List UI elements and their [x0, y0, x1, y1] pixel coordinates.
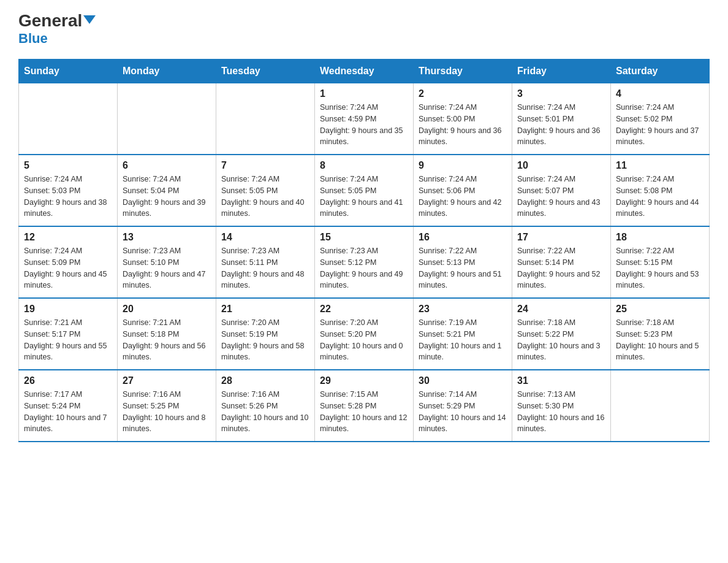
- calendar-cell: 6Sunrise: 7:24 AM Sunset: 5:04 PM Daylig…: [118, 155, 216, 226]
- day-number: 26: [24, 375, 112, 386]
- calendar-cell: 27Sunrise: 7:16 AM Sunset: 5:25 PM Dayli…: [118, 370, 216, 442]
- day-info: Sunrise: 7:24 AM Sunset: 5:09 PM Dayligh…: [24, 245, 112, 291]
- day-number: 12: [24, 232, 112, 243]
- day-number: 20: [123, 304, 211, 315]
- day-number: 30: [419, 375, 507, 386]
- day-number: 27: [123, 375, 211, 386]
- column-header-wednesday: Wednesday: [315, 59, 414, 83]
- calendar-cell: 9Sunrise: 7:24 AM Sunset: 5:06 PM Daylig…: [414, 155, 512, 226]
- calendar-cell: 16Sunrise: 7:22 AM Sunset: 5:13 PM Dayli…: [414, 226, 512, 298]
- column-header-sunday: Sunday: [19, 59, 118, 83]
- day-number: 3: [517, 88, 605, 99]
- day-number: 7: [221, 160, 309, 171]
- day-info: Sunrise: 7:24 AM Sunset: 5:01 PM Dayligh…: [517, 102, 605, 148]
- day-number: 29: [320, 375, 408, 386]
- calendar-cell: 18Sunrise: 7:22 AM Sunset: 5:15 PM Dayli…: [611, 226, 710, 298]
- day-info: Sunrise: 7:21 AM Sunset: 5:17 PM Dayligh…: [24, 317, 112, 363]
- calendar-cell: 24Sunrise: 7:18 AM Sunset: 5:22 PM Dayli…: [512, 298, 611, 370]
- day-number: 19: [24, 304, 112, 315]
- column-header-monday: Monday: [118, 59, 216, 83]
- calendar-cell: 5Sunrise: 7:24 AM Sunset: 5:03 PM Daylig…: [19, 155, 118, 226]
- day-number: 1: [320, 88, 408, 99]
- day-info: Sunrise: 7:23 AM Sunset: 5:10 PM Dayligh…: [123, 245, 211, 291]
- calendar-cell: 3Sunrise: 7:24 AM Sunset: 5:01 PM Daylig…: [512, 83, 611, 155]
- calendar-cell: [118, 83, 216, 155]
- day-info: Sunrise: 7:16 AM Sunset: 5:26 PM Dayligh…: [221, 389, 309, 435]
- day-info: Sunrise: 7:13 AM Sunset: 5:30 PM Dayligh…: [517, 389, 605, 435]
- calendar-table: SundayMondayTuesdayWednesdayThursdayFrid…: [18, 59, 710, 442]
- day-number: 25: [616, 304, 704, 315]
- day-info: Sunrise: 7:24 AM Sunset: 5:06 PM Dayligh…: [419, 174, 507, 220]
- day-number: 28: [221, 375, 309, 386]
- day-number: 15: [320, 232, 408, 243]
- calendar-cell: 28Sunrise: 7:16 AM Sunset: 5:26 PM Dayli…: [216, 370, 315, 442]
- calendar-cell: [611, 370, 710, 442]
- calendar-cell: 22Sunrise: 7:20 AM Sunset: 5:20 PM Dayli…: [315, 298, 414, 370]
- calendar-cell: 17Sunrise: 7:22 AM Sunset: 5:14 PM Dayli…: [512, 226, 611, 298]
- day-number: 5: [24, 160, 112, 171]
- calendar-cell: 11Sunrise: 7:24 AM Sunset: 5:08 PM Dayli…: [611, 155, 710, 226]
- logo: General Blue: [18, 12, 96, 47]
- calendar-cell: 20Sunrise: 7:21 AM Sunset: 5:18 PM Dayli…: [118, 298, 216, 370]
- day-number: 13: [123, 232, 211, 243]
- calendar-cell: 26Sunrise: 7:17 AM Sunset: 5:24 PM Dayli…: [19, 370, 118, 442]
- column-header-friday: Friday: [512, 59, 611, 83]
- day-number: 8: [320, 160, 408, 171]
- day-info: Sunrise: 7:22 AM Sunset: 5:13 PM Dayligh…: [419, 245, 507, 291]
- day-number: 21: [221, 304, 309, 315]
- logo-text-general: General: [18, 12, 82, 29]
- day-info: Sunrise: 7:15 AM Sunset: 5:28 PM Dayligh…: [320, 389, 408, 435]
- day-number: 24: [517, 304, 605, 315]
- calendar-cell: 29Sunrise: 7:15 AM Sunset: 5:28 PM Dayli…: [315, 370, 414, 442]
- day-number: 18: [616, 232, 704, 243]
- calendar-cell: 13Sunrise: 7:23 AM Sunset: 5:10 PM Dayli…: [118, 226, 216, 298]
- day-info: Sunrise: 7:24 AM Sunset: 5:07 PM Dayligh…: [517, 174, 605, 220]
- day-number: 14: [221, 232, 309, 243]
- calendar-cell: 10Sunrise: 7:24 AM Sunset: 5:07 PM Dayli…: [512, 155, 611, 226]
- day-number: 16: [419, 232, 507, 243]
- calendar-cell: 14Sunrise: 7:23 AM Sunset: 5:11 PM Dayli…: [216, 226, 315, 298]
- day-number: 17: [517, 232, 605, 243]
- day-number: 23: [419, 304, 507, 315]
- day-info: Sunrise: 7:14 AM Sunset: 5:29 PM Dayligh…: [419, 389, 507, 435]
- day-info: Sunrise: 7:24 AM Sunset: 5:02 PM Dayligh…: [616, 102, 704, 148]
- calendar-week-1: 1Sunrise: 7:24 AM Sunset: 4:59 PM Daylig…: [19, 83, 710, 155]
- day-info: Sunrise: 7:24 AM Sunset: 4:59 PM Dayligh…: [320, 102, 408, 148]
- calendar-cell: 8Sunrise: 7:24 AM Sunset: 5:05 PM Daylig…: [315, 155, 414, 226]
- day-info: Sunrise: 7:22 AM Sunset: 5:14 PM Dayligh…: [517, 245, 605, 291]
- day-info: Sunrise: 7:24 AM Sunset: 5:03 PM Dayligh…: [24, 174, 112, 220]
- calendar-week-2: 5Sunrise: 7:24 AM Sunset: 5:03 PM Daylig…: [19, 155, 710, 226]
- calendar-cell: 15Sunrise: 7:23 AM Sunset: 5:12 PM Dayli…: [315, 226, 414, 298]
- calendar-cell: 25Sunrise: 7:18 AM Sunset: 5:23 PM Dayli…: [611, 298, 710, 370]
- day-info: Sunrise: 7:24 AM Sunset: 5:00 PM Dayligh…: [419, 102, 507, 148]
- day-info: Sunrise: 7:23 AM Sunset: 5:12 PM Dayligh…: [320, 245, 408, 291]
- day-info: Sunrise: 7:20 AM Sunset: 5:20 PM Dayligh…: [320, 317, 408, 363]
- calendar-cell: 23Sunrise: 7:19 AM Sunset: 5:21 PM Dayli…: [414, 298, 512, 370]
- day-number: 9: [419, 160, 507, 171]
- calendar-week-3: 12Sunrise: 7:24 AM Sunset: 5:09 PM Dayli…: [19, 226, 710, 298]
- day-info: Sunrise: 7:24 AM Sunset: 5:05 PM Dayligh…: [320, 174, 408, 220]
- calendar-cell: 31Sunrise: 7:13 AM Sunset: 5:30 PM Dayli…: [512, 370, 611, 442]
- column-header-tuesday: Tuesday: [216, 59, 315, 83]
- day-info: Sunrise: 7:24 AM Sunset: 5:08 PM Dayligh…: [616, 174, 704, 220]
- calendar-cell: 7Sunrise: 7:24 AM Sunset: 5:05 PM Daylig…: [216, 155, 315, 226]
- calendar-cell: 30Sunrise: 7:14 AM Sunset: 5:29 PM Dayli…: [414, 370, 512, 442]
- day-info: Sunrise: 7:18 AM Sunset: 5:23 PM Dayligh…: [616, 317, 704, 363]
- day-number: 6: [123, 160, 211, 171]
- calendar-cell: 12Sunrise: 7:24 AM Sunset: 5:09 PM Dayli…: [19, 226, 118, 298]
- day-info: Sunrise: 7:23 AM Sunset: 5:11 PM Dayligh…: [221, 245, 309, 291]
- calendar-week-5: 26Sunrise: 7:17 AM Sunset: 5:24 PM Dayli…: [19, 370, 710, 442]
- day-info: Sunrise: 7:24 AM Sunset: 5:05 PM Dayligh…: [221, 174, 309, 220]
- logo-text-blue: Blue: [18, 31, 48, 47]
- day-info: Sunrise: 7:24 AM Sunset: 5:04 PM Dayligh…: [123, 174, 211, 220]
- day-info: Sunrise: 7:16 AM Sunset: 5:25 PM Dayligh…: [123, 389, 211, 435]
- calendar-cell: [19, 83, 118, 155]
- calendar-cell: 19Sunrise: 7:21 AM Sunset: 5:17 PM Dayli…: [19, 298, 118, 370]
- calendar-week-4: 19Sunrise: 7:21 AM Sunset: 5:17 PM Dayli…: [19, 298, 710, 370]
- calendar-header: SundayMondayTuesdayWednesdayThursdayFrid…: [19, 59, 710, 83]
- calendar-cell: 4Sunrise: 7:24 AM Sunset: 5:02 PM Daylig…: [611, 83, 710, 155]
- column-header-thursday: Thursday: [414, 59, 512, 83]
- day-info: Sunrise: 7:22 AM Sunset: 5:15 PM Dayligh…: [616, 245, 704, 291]
- day-number: 22: [320, 304, 408, 315]
- day-info: Sunrise: 7:19 AM Sunset: 5:21 PM Dayligh…: [419, 317, 507, 363]
